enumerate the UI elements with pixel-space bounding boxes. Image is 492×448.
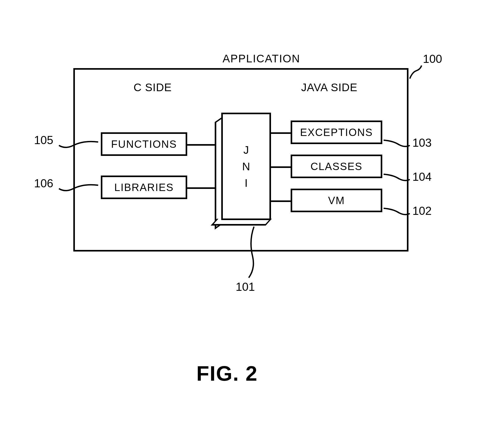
jni-letter-n: N xyxy=(242,158,250,175)
leader-101 xyxy=(244,225,264,280)
c-side-label: C SIDE xyxy=(134,81,172,94)
leader-106 xyxy=(58,182,99,195)
libraries-text: LIBRARIES xyxy=(114,182,174,193)
ref-100: 100 xyxy=(423,52,442,65)
ref-105: 105 xyxy=(34,134,53,147)
ref-104: 104 xyxy=(412,170,432,183)
classes-block: CLASSES xyxy=(291,155,382,178)
ref-101: 101 xyxy=(236,280,255,293)
leader-102 xyxy=(382,207,411,220)
leader-104 xyxy=(382,173,411,186)
java-side-label: JAVA SIDE xyxy=(301,81,357,94)
application-label: APPLICATION xyxy=(223,52,300,65)
ref-106: 106 xyxy=(34,177,53,190)
figure-caption: FIG. 2 xyxy=(196,362,258,386)
connector-jni-exceptions xyxy=(271,132,291,134)
connector-jni-vm xyxy=(271,200,291,202)
connector-jni-classes xyxy=(271,166,291,168)
jni-front-face: J N I xyxy=(221,113,271,220)
ref-102: 102 xyxy=(412,204,432,217)
leader-105 xyxy=(58,139,99,152)
exceptions-text: EXCEPTIONS xyxy=(300,127,373,138)
functions-block: FUNCTIONS xyxy=(101,132,187,156)
leader-100 xyxy=(408,64,424,80)
jni-architecture-diagram: APPLICATION C SIDE JAVA SIDE FUNCTIONS L… xyxy=(73,52,419,288)
classes-text: CLASSES xyxy=(311,161,363,172)
libraries-block: LIBRARIES xyxy=(101,176,187,199)
jni-letter-j: J xyxy=(244,142,249,158)
leader-103 xyxy=(382,139,411,152)
vm-block: VM xyxy=(291,189,382,212)
functions-text: FUNCTIONS xyxy=(111,138,177,150)
jni-letter-i: I xyxy=(245,175,248,191)
ref-103: 103 xyxy=(412,136,432,149)
exceptions-block: EXCEPTIONS xyxy=(291,121,382,144)
jni-block: J N I xyxy=(215,113,272,225)
vm-text: VM xyxy=(328,195,345,206)
